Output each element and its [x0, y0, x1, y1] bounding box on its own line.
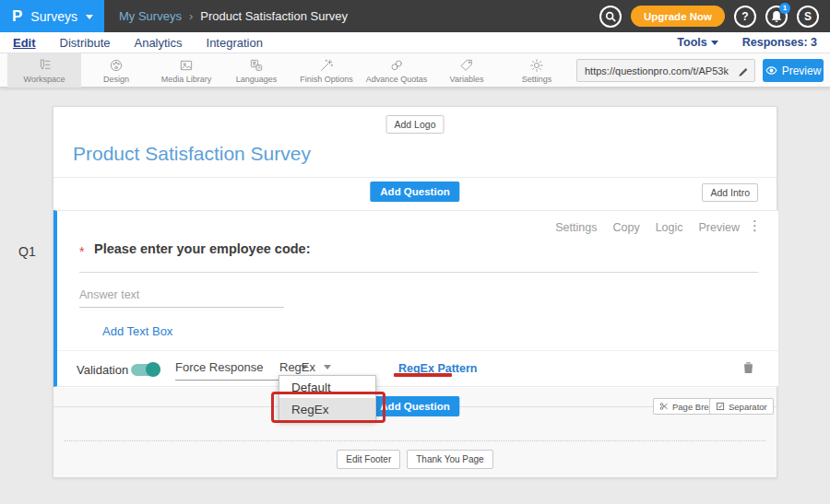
- question-logic-button[interactable]: Logic: [656, 221, 683, 234]
- separator-button[interactable]: Separator: [709, 398, 774, 415]
- toggle-knob: [146, 362, 160, 377]
- top-bar: P Surveys My Surveys › Product Satisfact…: [0, 0, 830, 32]
- edit-footer-button[interactable]: Edit Footer: [337, 450, 400, 469]
- question-text[interactable]: Please enter your employee code:: [94, 241, 311, 256]
- product-menu-label: Surveys: [30, 9, 77, 24]
- questionpro-logo-icon: P: [12, 8, 22, 24]
- question-preview-button[interactable]: Preview: [699, 221, 740, 234]
- eye-icon: [765, 65, 777, 76]
- validation-toggle[interactable]: [131, 364, 160, 376]
- scissors-icon: [659, 402, 669, 411]
- search-button[interactable]: [599, 6, 622, 28]
- survey-url-input[interactable]: [577, 65, 732, 76]
- more-options-icon[interactable]: ⋮: [748, 218, 762, 232]
- question-copy-button[interactable]: Copy: [612, 221, 639, 234]
- question-block: Settings Copy Logic Preview ⋮ * Please e…: [53, 210, 778, 387]
- validation-type-dropdown: Default RegEx: [279, 375, 376, 421]
- toolbar-item-advance-quotas[interactable]: Advance Quotas: [362, 53, 432, 88]
- tab-analytics[interactable]: Analytics: [134, 36, 182, 50]
- variables-icon: [459, 58, 474, 73]
- toolbar-label: Media Library: [161, 75, 212, 84]
- separator-label: Separator: [729, 402, 767, 412]
- toolbar-label: Workspace: [24, 75, 65, 84]
- media-library-icon: [179, 58, 194, 73]
- toolbar-item-design[interactable]: Design: [81, 53, 151, 88]
- settings-icon: [529, 58, 544, 73]
- design-icon: [109, 58, 124, 73]
- toolbar-item-media-library[interactable]: Media Library: [151, 53, 221, 88]
- question-number: Q1: [18, 244, 36, 259]
- dropdown-option-regex[interactable]: RegEx: [279, 398, 375, 420]
- validation-label: Validation: [77, 363, 128, 377]
- question-text-underline: [79, 272, 758, 273]
- add-intro-button[interactable]: Add Intro: [702, 183, 758, 202]
- notifications-button[interactable]: 1: [765, 6, 788, 28]
- footer-buttons: Edit Footer Thank You Page: [53, 450, 777, 469]
- app-window: P Surveys My Surveys › Product Satisfact…: [0, 0, 830, 504]
- checkbox-icon: [716, 402, 725, 411]
- toolbar-item-languages[interactable]: A Languages: [221, 53, 291, 88]
- responses-count[interactable]: Responses: 3: [742, 36, 817, 49]
- surveys-product-menu[interactable]: P Surveys: [0, 0, 104, 32]
- validation-type-value: RegEx: [279, 360, 315, 374]
- breadcrumb-my-surveys[interactable]: My Surveys: [119, 9, 182, 23]
- survey-title[interactable]: Product Satisfaction Survey: [73, 143, 311, 165]
- toolbar-label: Settings: [522, 75, 552, 84]
- toolbar-label: Design: [103, 75, 129, 84]
- tools-label: Tools: [677, 36, 706, 49]
- tools-menu[interactable]: Tools: [677, 36, 717, 49]
- question-toolbar: Settings Copy Logic Preview: [555, 221, 740, 234]
- notification-badge: 1: [779, 3, 790, 14]
- preview-button[interactable]: Preview: [763, 59, 824, 82]
- add-question-button-bottom[interactable]: Add Question: [370, 396, 459, 416]
- chevron-down-icon: [711, 41, 718, 45]
- breadcrumb-current-survey: Product Satisfaction Survey: [200, 9, 348, 23]
- thank-you-page-button[interactable]: Thank You Page: [407, 450, 492, 469]
- breadcrumb: My Surveys › Product Satisfaction Survey: [119, 9, 348, 23]
- trash-icon: [742, 360, 754, 374]
- toolbar-item-workspace[interactable]: Workspace: [7, 53, 81, 88]
- delete-question-button[interactable]: [742, 360, 754, 378]
- chevron-down-icon: [86, 15, 93, 19]
- annotation-underline: [394, 373, 452, 377]
- toolbar-label: Finish Options: [300, 75, 353, 84]
- subnav-right: Tools Responses: 3: [677, 36, 817, 49]
- footer-divider: [65, 440, 765, 441]
- section-divider: [53, 177, 777, 178]
- toolbar-item-finish-options[interactable]: Finish Options: [291, 53, 362, 88]
- force-response-value: Force Response: [175, 360, 263, 374]
- chevron-down-icon: [324, 365, 331, 369]
- tab-distribute[interactable]: Distribute: [60, 36, 111, 50]
- breadcrumb-separator: ›: [189, 9, 193, 23]
- languages-icon: A: [249, 58, 264, 73]
- avatar-initial: S: [804, 10, 812, 23]
- survey-nav: Edit Distribute Analytics Integration To…: [0, 32, 830, 53]
- upgrade-now-button[interactable]: Upgrade Now: [631, 6, 725, 27]
- toolbar-item-variables[interactable]: Variables: [432, 53, 502, 88]
- required-asterisk: *: [79, 244, 84, 259]
- search-icon: [605, 11, 616, 22]
- help-button[interactable]: ?: [734, 6, 756, 28]
- help-icon: ?: [741, 10, 748, 23]
- tab-integration[interactable]: Integration: [207, 36, 263, 50]
- dropdown-option-default[interactable]: Default: [279, 376, 375, 398]
- tab-edit[interactable]: Edit: [13, 36, 36, 50]
- toolbar-label: Languages: [236, 75, 278, 84]
- answer-underline: [79, 307, 284, 308]
- toolbar-label: Variables: [450, 75, 484, 84]
- topbar-actions: Upgrade Now ? 1 S: [599, 6, 830, 28]
- edit-url-button[interactable]: [732, 60, 754, 81]
- workspace-icon: [37, 58, 52, 73]
- add-logo-button[interactable]: Add Logo: [386, 115, 445, 134]
- question-settings-button[interactable]: Settings: [555, 221, 597, 234]
- survey-link-box: [576, 59, 755, 82]
- avatar[interactable]: S: [797, 6, 819, 28]
- finish-options-icon: [319, 58, 334, 73]
- validation-divider: [57, 350, 778, 351]
- add-text-box-link[interactable]: Add Text Box: [102, 324, 172, 338]
- editor-toolbar: Workspace Design Media Library A Languag…: [0, 53, 830, 88]
- answer-placeholder[interactable]: Answer text: [79, 288, 139, 301]
- add-question-button-top[interactable]: Add Question: [370, 182, 459, 202]
- survey-card: Add Logo Product Satisfaction Survey Add…: [53, 106, 777, 478]
- toolbar-item-settings[interactable]: Settings: [502, 53, 572, 88]
